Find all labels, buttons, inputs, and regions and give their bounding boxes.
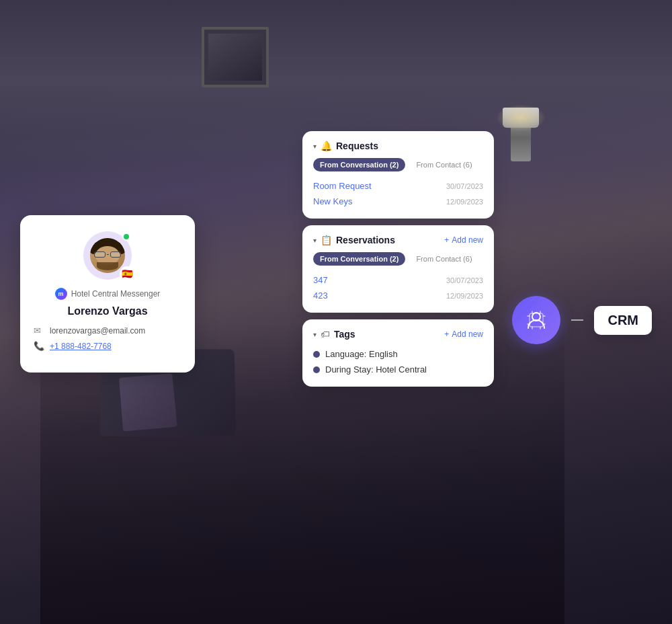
requests-panel: ▾ 🔔 Requests From Conversation (2) From … xyxy=(302,131,494,219)
crm-avatar-circle xyxy=(512,296,560,344)
tag-dot-icon xyxy=(313,351,320,358)
tag-label-2: During Stay: Hotel Central xyxy=(325,364,427,375)
tags-tag-icon: 🏷 xyxy=(321,329,330,340)
crm-badge: CRM xyxy=(512,296,652,344)
reservation-item-date-1: 30/07/2023 xyxy=(446,276,483,284)
platform-badge: m Hotel Central Messenger xyxy=(34,288,181,300)
contact-email: lorenzovargas@email.com xyxy=(50,326,145,336)
reservations-tabs: From Conversation (2) From Contact (6) xyxy=(313,252,483,266)
requests-list: Room Request 30/07/2023 New Keys 12/09/2… xyxy=(313,178,483,209)
tags-panel-title: Tags xyxy=(334,329,355,340)
request-item-label-2[interactable]: New Keys xyxy=(313,196,353,206)
list-item: New Keys 12/09/2023 xyxy=(313,194,483,209)
reservations-chevron-icon[interactable]: ▾ xyxy=(313,237,317,244)
platform-name: Hotel Central Messenger xyxy=(71,289,161,299)
requests-panel-title: Requests xyxy=(336,141,378,151)
tags-panel-header: ▾ 🏷 Tags + Add new xyxy=(313,329,483,340)
request-item-date-2: 12/09/2023 xyxy=(446,198,483,206)
crm-person-icon xyxy=(526,309,547,331)
reservations-list: 347 30/07/2023 423 12/09/2023 xyxy=(313,272,483,303)
reservations-panel: ▾ 📋 Reservations + Add new From Conversa… xyxy=(302,225,494,313)
reservations-panel-header: ▾ 📋 Reservations + Add new xyxy=(313,235,483,245)
phone-icon: 📞 xyxy=(34,341,44,351)
email-row: ✉ lorenzovargas@email.com xyxy=(34,325,181,336)
requests-tab-from-conversation[interactable]: From Conversation (2) xyxy=(313,158,405,171)
tags-add-new-button[interactable]: + Add new xyxy=(444,329,483,339)
phone-row: 📞 +1 888-482-7768 xyxy=(34,341,181,351)
reservations-panel-title: Reservations xyxy=(336,235,395,245)
tag-item: Language: English xyxy=(313,346,483,362)
list-item: 423 12/09/2023 xyxy=(313,288,483,303)
country-flag: 🇪🇸 xyxy=(120,266,134,281)
contact-phone[interactable]: +1 888-482-7768 xyxy=(50,342,112,351)
request-item-date-1: 30/07/2023 xyxy=(446,182,483,190)
contact-card: 🇪🇸 m Hotel Central Messenger Lorenzo Var… xyxy=(20,215,195,373)
panels-container: ▾ 🔔 Requests From Conversation (2) From … xyxy=(302,131,494,387)
reservations-calendar-icon: 📋 xyxy=(321,235,332,245)
messenger-icon: m xyxy=(55,288,67,300)
avatar: 🇪🇸 xyxy=(83,231,132,280)
reservation-item-label-1[interactable]: 347 xyxy=(313,275,328,285)
request-item-label-1[interactable]: Room Request xyxy=(313,181,372,191)
tags-title-group: ▾ 🏷 Tags xyxy=(313,329,355,340)
requests-title-group: ▾ 🔔 Requests xyxy=(313,141,378,151)
email-icon: ✉ xyxy=(34,325,44,336)
plus-icon: + xyxy=(444,235,449,245)
crm-label: CRM xyxy=(594,306,652,335)
tag-dot-icon xyxy=(313,366,320,373)
reservations-title-group: ▾ 📋 Reservations xyxy=(313,235,395,245)
tag-label-1: Language: English xyxy=(325,349,398,359)
crm-connector-line xyxy=(571,319,583,321)
online-status-dot xyxy=(122,233,130,241)
tags-panel: ▾ 🏷 Tags + Add new Language: English Dur… xyxy=(302,319,494,387)
reservation-item-date-2: 12/09/2023 xyxy=(446,292,483,300)
contact-name: Lorenzo Vargas xyxy=(34,305,181,317)
requests-tab-from-contact[interactable]: From Contact (6) xyxy=(409,158,478,171)
requests-bell-icon: 🔔 xyxy=(321,141,332,151)
requests-panel-header: ▾ 🔔 Requests xyxy=(313,141,483,151)
tag-item: During Stay: Hotel Central xyxy=(313,362,483,377)
tags-list: Language: English During Stay: Hotel Cen… xyxy=(313,346,483,377)
reservations-tab-from-contact[interactable]: From Contact (6) xyxy=(409,252,478,266)
list-item: 347 30/07/2023 xyxy=(313,272,483,288)
tags-chevron-icon[interactable]: ▾ xyxy=(313,331,317,338)
list-item: Room Request 30/07/2023 xyxy=(313,178,483,194)
reservations-add-new-button[interactable]: + Add new xyxy=(444,235,483,245)
reservations-tab-from-conversation[interactable]: From Conversation (2) xyxy=(313,252,405,266)
requests-tabs: From Conversation (2) From Contact (6) xyxy=(313,158,483,171)
reservation-item-label-2[interactable]: 423 xyxy=(313,290,328,301)
plus-icon: + xyxy=(444,329,449,339)
requests-chevron-icon[interactable]: ▾ xyxy=(313,143,317,150)
